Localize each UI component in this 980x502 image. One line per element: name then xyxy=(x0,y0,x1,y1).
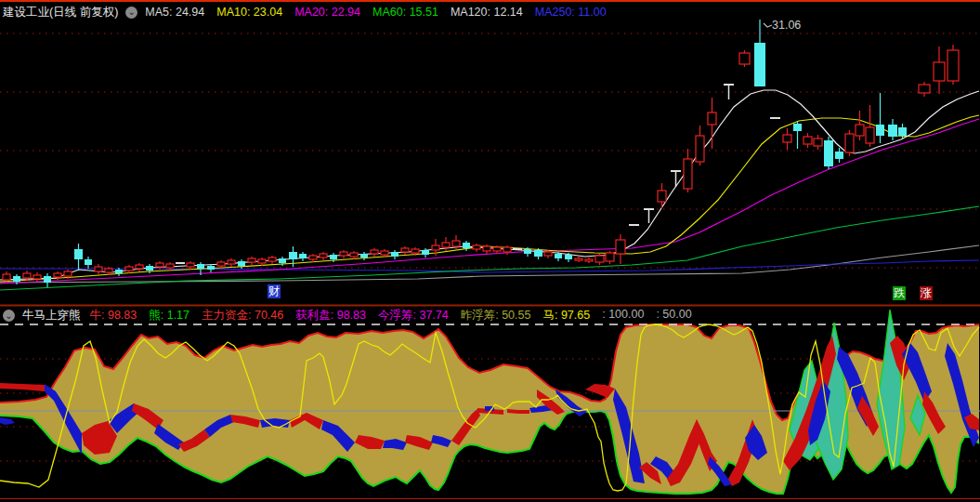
indicator-value-0: 牛: 98.83 xyxy=(90,308,137,324)
ma-legend-item-3: MA60: 15.51 xyxy=(372,6,438,19)
ma-legend-item-5: MA250: 11.00 xyxy=(535,6,607,19)
indicator-value-2: 主力资金: 70.46 xyxy=(202,308,283,324)
collapse-chevron-icon[interactable]: ⌄ xyxy=(125,7,137,19)
ma-legend-item-4: MA120: 12.14 xyxy=(451,6,523,19)
ma-legend-item-0: MA5: 24.94 xyxy=(145,6,204,19)
ma-legend-item-1: MA10: 23.04 xyxy=(216,6,282,19)
indicator-header: ⌄ 牛马上穿熊 牛: 98.83熊: 1.17主力资金: 70.46获利盘: 9… xyxy=(3,309,704,323)
indicator-value-4: 今浮筹: 37.74 xyxy=(378,308,449,324)
event-badge-cai[interactable]: 财 xyxy=(268,284,281,298)
tdx-app-window: 建设工业(日线 前复权) ⌄ MA5: 24.94MA10: 23.04MA20… xyxy=(0,0,980,502)
high-price-annotation: 31.06 xyxy=(772,19,801,32)
indicator-value-8: : 50.00 xyxy=(656,308,691,324)
indicator-value-6: 马: 97.65 xyxy=(542,308,590,324)
price-chart-header: 建设工业(日线 前复权) ⌄ MA5: 24.94MA10: 23.04MA20… xyxy=(3,4,619,20)
stock-title[interactable]: 建设工业(日线 前复权) xyxy=(3,5,118,20)
event-badge-zhang[interactable]: 涨 xyxy=(920,286,933,300)
indicator-legend: 牛: 98.83熊: 1.17主力资金: 70.46获利盘: 98.83今浮筹:… xyxy=(90,308,704,324)
indicator-value-1: 熊: 1.17 xyxy=(149,308,189,324)
indicator-name[interactable]: 牛马上穿熊 xyxy=(22,308,81,324)
event-badge-die[interactable]: 跌 xyxy=(893,286,906,300)
indicator-value-3: 获利盘: 98.83 xyxy=(295,308,366,324)
indicator-value-5: 昨浮筹: 50.55 xyxy=(461,308,531,324)
indicator-value-7: : 100.00 xyxy=(602,308,644,324)
ma-legend-item-2: MA20: 22.94 xyxy=(294,6,360,19)
collapse-chevron-icon[interactable]: ⌄ xyxy=(3,310,15,322)
chart-canvas xyxy=(0,0,980,502)
ma-legend: MA5: 24.94MA10: 23.04MA20: 22.94MA60: 15… xyxy=(145,6,618,19)
